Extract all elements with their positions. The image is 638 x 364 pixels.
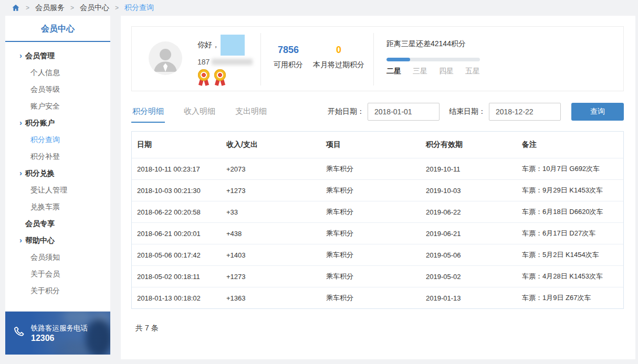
sidebar-item-label: 受让人管理 — [30, 186, 67, 194]
table-cell: +33 — [221, 208, 321, 216]
breadcrumb-separator: > — [115, 4, 119, 12]
chevron-right-icon: › — [19, 165, 22, 181]
table-cell: +438 — [221, 230, 321, 238]
chevron-right-icon: › — [19, 114, 22, 131]
table-header-row: 日期收入/支出项目积分有效期备注 — [132, 132, 623, 158]
start-date-label: 开始日期： — [328, 107, 364, 116]
total-count: 共 7 条 — [135, 324, 159, 333]
sidebar-item-label: 账户安全 — [30, 102, 60, 110]
level-progress-fill — [386, 58, 410, 61]
sidebar-item-积分补登[interactable]: 积分补登 — [5, 148, 110, 165]
column-header: 日期 — [132, 140, 221, 149]
card-divider — [373, 33, 374, 85]
hotline-number: 12306 — [31, 333, 88, 343]
sidebar-item-兑换车票[interactable]: 兑换车票 — [5, 198, 110, 215]
table-cell: 2018-05-02 00:18:11 — [132, 273, 221, 281]
sidebar-item-受让人管理[interactable]: 受让人管理 — [5, 181, 110, 198]
table-cell: +1273 — [221, 187, 321, 195]
table-cell: 车票：9月29日 K1453次车 — [517, 186, 623, 195]
table-cell: 2019-05-02 — [421, 273, 517, 281]
sidebar-item-label: 兑换车票 — [30, 202, 60, 211]
date-filters: 开始日期： 结束日期： 查询 — [328, 103, 624, 121]
member-medals — [197, 69, 253, 87]
breadcrumb-separator: > — [26, 4, 29, 12]
tab-支出明细[interactable]: 支出明细 — [234, 101, 268, 123]
detail-tabs: 积分明细收入明细支出明细 — [131, 101, 268, 123]
sidebar-item-label: 会员等级 — [30, 85, 60, 93]
table-cell: 乘车积分 — [321, 293, 421, 303]
name-redacted — [221, 35, 245, 56]
sidebar-item-关于积分[interactable]: 关于积分 — [5, 282, 110, 299]
table-cell: 乘车积分 — [321, 272, 421, 281]
sidebar-item-会员管理[interactable]: ›会员管理 — [5, 47, 110, 64]
medal-icon — [197, 69, 210, 87]
sidebar-item-会员须知[interactable]: 会员须知 — [5, 249, 110, 265]
sidebar-item-关于会员[interactable]: 关于会员 — [5, 265, 110, 282]
table-cell: 2018-06-21 00:20:01 — [132, 230, 221, 238]
sidebar-item-label: 会员专享 — [25, 219, 55, 228]
table-cell: +2073 — [221, 165, 321, 173]
table-cell: +1363 — [221, 294, 321, 302]
greeting-text: 你好， — [197, 40, 219, 50]
table-cell: 乘车积分 — [321, 229, 421, 238]
sidebar-item-label: 会员管理 — [25, 51, 55, 60]
greeting-block: 你好， 187 — [197, 34, 253, 87]
hotline-label: 铁路客运服务电话 — [31, 323, 88, 333]
table-row: 2018-01-13 00:18:02+1363乘车积分2019-01-13车票… — [132, 287, 623, 308]
sidebar-item-label: 个人信息 — [30, 68, 60, 77]
home-icon[interactable] — [12, 4, 20, 12]
table-cell: 乘车积分 — [321, 250, 421, 260]
sidebar-item-积分查询[interactable]: 积分查询 — [5, 131, 110, 148]
table-cell: 2019-05-06 — [421, 251, 517, 259]
sidebar-item-会员等级[interactable]: 会员等级 — [5, 81, 110, 98]
sidebar-item-账户安全[interactable]: 账户安全 — [5, 98, 110, 114]
phone-icon — [13, 325, 26, 341]
star-label-三星: 三星 — [413, 67, 427, 76]
level-progress-bar — [386, 58, 480, 61]
table-row: 2018-10-11 00:23:17+2073乘车积分2019-10-11车票… — [132, 158, 623, 179]
page: { "breadcrumb": { "separator": ">", "ite… — [0, 0, 638, 364]
star-label-五星: 五星 — [465, 67, 480, 76]
main-panel: 你好， 187 7856 可用积分 0 本月将过期积分 — [121, 16, 635, 359]
table-cell: 2018-10-03 00:21:30 — [132, 187, 221, 195]
table-cell: 车票：6月17日 D27次车 — [517, 229, 623, 238]
sidebar-item-label: 关于积分 — [30, 286, 60, 295]
level-progress-text: 距离三星还差42144积分 — [386, 39, 480, 49]
column-header: 项目 — [321, 140, 421, 149]
tab-积分明细[interactable]: 积分明细 — [131, 101, 165, 123]
table-cell: 车票：5月2日 K1454次车 — [517, 250, 623, 260]
tab-收入明细[interactable]: 收入明细 — [183, 101, 216, 123]
available-points-value: 7856 — [273, 45, 304, 58]
sidebar-item-个人信息[interactable]: 个人信息 — [5, 64, 110, 81]
table-cell: 2019-06-21 — [421, 230, 517, 238]
sidebar-title: 会员中心 — [5, 16, 110, 42]
table-cell: 车票：4月28日 K1453次车 — [517, 272, 623, 281]
table-cell: 乘车积分 — [321, 186, 421, 195]
table-cell: +1403 — [221, 251, 321, 259]
sidebar-item-帮助中心[interactable]: ›帮助中心 — [5, 232, 110, 249]
breadcrumb-link-member-services[interactable]: 会员服务 — [35, 3, 65, 13]
sidebar-item-label: 积分账户 — [25, 119, 55, 127]
phone-prefix: 187 — [197, 58, 210, 66]
table-cell: 2018-05-06 00:17:42 — [132, 251, 221, 259]
star-labels: 二星三星四星五星 — [386, 67, 480, 76]
sidebar-item-label: 帮助中心 — [25, 236, 55, 244]
breadcrumb-link-member-center[interactable]: 会员中心 — [80, 3, 109, 13]
end-date-input[interactable] — [489, 103, 561, 121]
sidebar-item-会员专享[interactable]: 会员专享 — [5, 215, 110, 232]
start-date-input[interactable] — [368, 103, 440, 121]
column-header: 备注 — [517, 140, 623, 149]
sidebar-item-积分账户[interactable]: ›积分账户 — [5, 114, 110, 131]
table-cell: 2018-01-13 00:18:02 — [132, 294, 221, 302]
sidebar-item-label: 积分补登 — [30, 152, 60, 160]
hotline-banner[interactable]: 铁路客运服务电话 12306 — [5, 312, 110, 355]
sidebar-item-积分兑换[interactable]: ›积分兑换 — [5, 165, 110, 181]
table-row: 2018-10-03 00:21:30+1273乘车积分2019-10-03车票… — [132, 179, 623, 201]
expiring-points-label: 本月将过期积分 — [310, 60, 368, 70]
query-button[interactable]: 查询 — [571, 103, 624, 121]
medal-icon — [214, 69, 226, 87]
breadcrumb-separator: > — [70, 4, 74, 12]
end-date-label: 结束日期： — [449, 107, 486, 116]
table-cell: 2019-10-03 — [421, 187, 517, 195]
points-table: 日期收入/支出项目积分有效期备注2018-10-11 00:23:17+2073… — [131, 131, 624, 309]
